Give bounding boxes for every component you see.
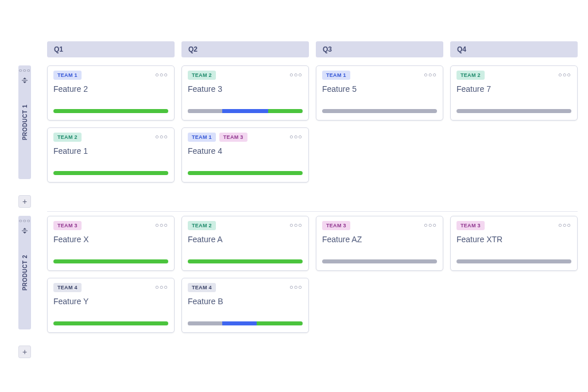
feature-card[interactable]: TEAM 1TEAM 3○○○Feature 4 — [181, 127, 309, 183]
progress-segment — [222, 321, 257, 325]
more-icon[interactable]: ○○○ — [18, 68, 30, 73]
progress-bar — [188, 259, 303, 263]
roadmap-board: Q1Q2Q3Q4 ○○○PRODUCT 1+TEAM 1○○○Feature 2… — [0, 0, 588, 41]
collapse-icon[interactable] — [21, 77, 28, 84]
card-more-icon[interactable]: ○○○ — [289, 72, 303, 78]
column-header[interactable]: Q1 — [47, 41, 175, 57]
team-badge: TEAM 3 — [322, 221, 350, 230]
progress-bar — [188, 109, 303, 113]
feature-card[interactable]: TEAM 2○○○Feature 3 — [181, 65, 309, 121]
feature-card[interactable]: TEAM 3○○○Feature X — [47, 216, 175, 271]
team-badge: TEAM 4 — [188, 283, 216, 292]
column-header[interactable]: Q2 — [181, 41, 309, 57]
team-badge: TEAM 1 — [53, 71, 82, 80]
team-badge: TEAM 2 — [188, 71, 216, 80]
column: TEAM 2○○○Feature 3TEAM 1TEAM 3○○○Feature… — [181, 65, 309, 183]
progress-segment — [457, 109, 571, 113]
progress-bar — [188, 171, 303, 175]
team-badge: TEAM 3 — [219, 133, 247, 142]
progress-bar — [188, 321, 303, 325]
column: TEAM 1○○○Feature 5 — [316, 65, 443, 183]
card-badges: TEAM 1 — [53, 71, 168, 80]
feature-card[interactable]: TEAM 4○○○Feature B — [181, 278, 309, 333]
team-badge: TEAM 2 — [53, 133, 82, 142]
progress-bar — [457, 259, 571, 263]
card-more-icon[interactable]: ○○○ — [155, 284, 168, 290]
card-more-icon[interactable]: ○○○ — [289, 284, 303, 290]
team-badge: TEAM 4 — [53, 283, 82, 292]
card-more-icon[interactable]: ○○○ — [289, 222, 303, 228]
column: TEAM 3○○○Feature XTR — [450, 216, 578, 333]
progress-segment — [322, 259, 437, 263]
card-badges: TEAM 2 — [188, 221, 303, 230]
cards-area: TEAM 1○○○Feature 2TEAM 2○○○Feature 1TEAM… — [47, 65, 578, 183]
card-more-icon[interactable]: ○○○ — [558, 72, 571, 78]
card-more-icon[interactable]: ○○○ — [155, 222, 168, 228]
feature-card[interactable]: TEAM 4○○○Feature Y — [47, 278, 175, 333]
column: TEAM 2○○○Feature ATEAM 4○○○Feature B — [181, 216, 309, 333]
card-more-icon[interactable]: ○○○ — [424, 222, 437, 228]
card-badges: TEAM 2 — [53, 133, 168, 142]
card-more-icon[interactable]: ○○○ — [558, 222, 571, 228]
card-badges: TEAM 2 — [457, 71, 571, 80]
progress-segment — [188, 321, 222, 325]
team-badge: TEAM 3 — [53, 221, 82, 230]
card-title: Feature 1 — [53, 146, 168, 156]
collapse-icon[interactable] — [21, 227, 28, 234]
card-title: Feature 3 — [188, 84, 303, 94]
card-badges: TEAM 1TEAM 3 — [188, 133, 303, 142]
more-icon[interactable]: ○○○ — [18, 218, 30, 224]
feature-card[interactable]: TEAM 3○○○Feature AZ — [316, 216, 443, 271]
feature-card[interactable]: TEAM 3○○○Feature XTR — [450, 216, 578, 271]
team-badge: TEAM 1 — [322, 71, 350, 80]
lane-rail[interactable]: ○○○PRODUCT 1 — [18, 65, 31, 179]
card-title: Feature 4 — [188, 146, 303, 156]
card-more-icon[interactable]: ○○○ — [155, 72, 168, 78]
column: TEAM 2○○○Feature 7 — [450, 65, 578, 183]
lane-divider — [47, 211, 578, 212]
team-badge: TEAM 3 — [457, 221, 485, 230]
card-title: Feature 5 — [322, 84, 437, 94]
card-badges: TEAM 3 — [53, 221, 168, 230]
column-headers-row: Q1Q2Q3Q4 — [47, 41, 578, 57]
card-more-icon[interactable]: ○○○ — [155, 134, 168, 140]
column: TEAM 1○○○Feature 2TEAM 2○○○Feature 1 — [47, 65, 175, 183]
card-title: Feature X — [53, 235, 168, 244]
card-badges: TEAM 1 — [322, 71, 437, 80]
team-badge: TEAM 2 — [457, 71, 485, 80]
team-badge: TEAM 1 — [188, 133, 216, 142]
column: TEAM 3○○○Feature AZ — [316, 216, 443, 333]
progress-segment — [188, 259, 303, 263]
feature-card[interactable]: TEAM 1○○○Feature 5 — [316, 65, 443, 121]
card-title: Feature B — [188, 297, 303, 306]
progress-segment — [457, 259, 571, 263]
column: TEAM 3○○○Feature XTEAM 4○○○Feature Y — [47, 216, 175, 333]
feature-card[interactable]: TEAM 2○○○Feature 7 — [450, 65, 578, 121]
progress-segment — [188, 171, 303, 175]
card-more-icon[interactable]: ○○○ — [289, 134, 303, 140]
add-swimlane-button[interactable]: + — [18, 195, 31, 208]
progress-bar — [457, 109, 571, 113]
card-badges: TEAM 4 — [188, 283, 303, 292]
lane-title: PRODUCT 1 — [22, 104, 28, 140]
progress-segment — [222, 109, 268, 113]
card-badges: TEAM 4 — [53, 283, 168, 292]
column-header[interactable]: Q4 — [450, 41, 578, 57]
column-header[interactable]: Q3 — [316, 41, 443, 57]
lane-rail[interactable]: ○○○PRODUCT 2 — [18, 216, 31, 329]
card-title: Feature A — [188, 235, 303, 244]
progress-bar — [53, 321, 168, 325]
progress-bar — [322, 109, 437, 113]
add-swimlane-button[interactable]: + — [18, 346, 31, 358]
lane-title: PRODUCT 2 — [22, 255, 28, 290]
card-more-icon[interactable]: ○○○ — [424, 72, 437, 78]
card-title: Feature AZ — [322, 235, 437, 244]
progress-segment — [268, 109, 303, 113]
card-badges: TEAM 3 — [457, 221, 571, 230]
card-title: Feature XTR — [457, 235, 571, 244]
progress-bar — [53, 259, 168, 263]
feature-card[interactable]: TEAM 2○○○Feature A — [181, 216, 309, 271]
feature-card[interactable]: TEAM 2○○○Feature 1 — [47, 127, 175, 183]
feature-card[interactable]: TEAM 1○○○Feature 2 — [47, 65, 175, 121]
team-badge: TEAM 2 — [188, 221, 216, 230]
